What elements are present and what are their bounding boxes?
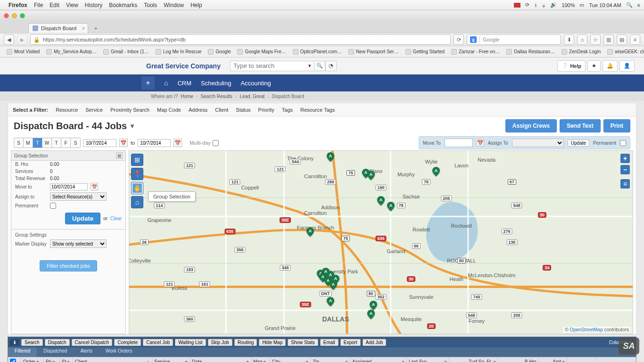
filter-checked-jobs-button[interactable]: Filter checked jobs	[40, 260, 97, 272]
tab-close-button[interactable]: ×	[82, 25, 85, 31]
filter-resource-tags[interactable]: Resource Tags	[300, 107, 335, 113]
window-zoom-button[interactable]	[20, 13, 25, 18]
title-dropdown-icon[interactable]: ▾	[131, 122, 134, 130]
map-marker[interactable]: A	[367, 171, 375, 180]
quick-update-button[interactable]: Update	[568, 140, 589, 147]
bookmark-item[interactable]: Dallas Restauran…	[504, 48, 558, 56]
new-tab-button[interactable]: +	[91, 24, 100, 33]
col-lastsvc[interactable]: Last Svc	[409, 359, 427, 362]
grid-tab-filtered[interactable]: Filtered	[8, 347, 37, 357]
filter-proximity-search[interactable]: Proximity Search	[110, 107, 149, 113]
menu-view[interactable]: View	[66, 2, 78, 8]
grid-btn-cancel-dispatch[interactable]: Cancel Dispatch	[72, 339, 113, 346]
col-amt[interactable]: Amt	[553, 359, 561, 362]
filter-resource[interactable]: Resource	[56, 107, 78, 113]
map-marker[interactable]: A	[387, 202, 395, 211]
assignto-select[interactable]	[512, 139, 564, 147]
grid-btn-waiting-list[interactable]: Waiting List	[175, 339, 206, 346]
multiday-checkbox[interactable]	[213, 140, 219, 146]
col-date[interactable]: Date	[192, 359, 202, 362]
menu-history[interactable]: History	[85, 2, 102, 8]
bookmark-item[interactable]: Google	[205, 48, 233, 56]
bookmark-star-button[interactable]: ☆	[590, 34, 601, 45]
bookmark-item[interactable]: Most Visited	[4, 48, 42, 56]
menu-window[interactable]: Window	[164, 2, 184, 8]
account-button[interactable]: 👤	[619, 60, 635, 72]
day-cell[interactable]: F	[61, 138, 71, 148]
breadcrumb-home[interactable]: Home	[181, 94, 193, 99]
map-zoom-in-button[interactable]: +	[620, 154, 630, 163]
app-search-dropdown[interactable]: ▾	[305, 61, 314, 71]
map-marker[interactable]: A	[377, 196, 385, 206]
filter-status[interactable]: Status	[236, 107, 250, 113]
nav-scheduling[interactable]: Scheduling	[201, 80, 231, 87]
day-cell[interactable]: M	[24, 138, 33, 148]
filter-tags[interactable]: Tags	[282, 107, 293, 113]
map-marker[interactable]: A	[367, 310, 375, 319]
map-marker[interactable]: A	[432, 167, 440, 176]
col-assigned[interactable]: Assigned	[352, 359, 372, 362]
map-tool-home[interactable]: ⌂	[131, 196, 143, 208]
address-bar[interactable]: 🔒 https://my.serviceautopilot.com/Schedu…	[30, 34, 451, 45]
col-zip[interactable]: Zip	[313, 359, 319, 362]
grid-tab-alerts[interactable]: Alerts	[74, 347, 99, 357]
send-text-button[interactable]: Send Text	[560, 119, 600, 132]
filter-priority[interactable]: Priority	[258, 107, 274, 113]
bookmark-item[interactable]: New Passport Ser…	[346, 48, 402, 56]
moveto-calendar-icon[interactable]: 📅	[477, 139, 484, 147]
notifications-button[interactable]: 🔔	[603, 60, 618, 72]
map-marker[interactable]: A	[327, 152, 334, 162]
day-cell[interactable]: T	[33, 138, 42, 148]
grid-btn-add-job[interactable]: Add Job	[363, 339, 387, 346]
osm-link[interactable]: OpenStreetMap	[570, 327, 603, 332]
bookmark-item[interactable]: wiseGEEK: clear a…	[604, 48, 644, 56]
sidebar-button[interactable]: ▥	[603, 34, 614, 45]
download-button[interactable]: ⬇	[564, 34, 574, 45]
sync-icon[interactable]: ⟳	[525, 2, 529, 8]
col-bhrs[interactable]: B Hrs	[525, 359, 537, 362]
assign-crews-button[interactable]: Assign Crews	[505, 119, 557, 132]
nav-accounting[interactable]: Accounting	[240, 80, 271, 87]
grid-btn-export[interactable]: Export	[340, 339, 361, 346]
col-client[interactable]: Client	[75, 359, 87, 362]
bookmark-item[interactable]: Google Maps Fre…	[234, 48, 289, 56]
volume-icon[interactable]: 🔊	[550, 2, 557, 8]
grid-tab-dispatched[interactable]: Dispatched	[37, 347, 74, 357]
filter-client[interactable]: Client	[215, 107, 228, 113]
col-city[interactable]: City	[272, 359, 280, 362]
grid-btn-dispatch[interactable]: Dispatch	[45, 339, 70, 346]
favorites-button[interactable]: ★	[587, 60, 601, 72]
company-name[interactable]: Great Service Company	[146, 62, 221, 70]
date-to-input[interactable]	[138, 139, 171, 147]
date-from-input[interactable]	[83, 139, 116, 147]
grid-toggle-button[interactable]: ⬇	[10, 339, 19, 346]
permanent-checkbox[interactable]	[620, 140, 626, 146]
col-order[interactable]: Order	[23, 359, 35, 362]
nav-add-button[interactable]: +	[141, 76, 155, 90]
map-tool-pin[interactable]: 📍	[131, 168, 143, 180]
grid-btn-routing[interactable]: Routing	[234, 339, 257, 346]
calendar-from-icon[interactable]: 📅	[119, 139, 128, 147]
bookmark-item[interactable]: Getting Started	[403, 48, 447, 56]
clock[interactable]: Tue 10:04 AM	[589, 2, 621, 8]
app-search-recent-button[interactable]: ◔	[325, 61, 337, 71]
col-turf[interactable]: Turf Sq. Ft.	[469, 359, 492, 362]
map-marker[interactable]: A	[370, 301, 377, 310]
menu-button[interactable]: ≡	[630, 34, 640, 45]
calendar-to-icon[interactable]: 📅	[173, 139, 182, 147]
marker-display-select[interactable]: Show only selected	[50, 239, 107, 248]
window-minimize-button[interactable]	[12, 13, 17, 18]
col-map[interactable]: Map	[253, 359, 262, 362]
wifi-icon[interactable]: ⏚	[542, 2, 545, 8]
select-all-checkbox[interactable]	[10, 359, 16, 362]
bookmark-item[interactable]: ZenDesk Login	[559, 48, 603, 56]
browser-search-box[interactable]: g Google	[467, 34, 561, 45]
menu-bookmarks[interactable]: Bookmarks	[109, 2, 137, 8]
day-cell[interactable]: T	[52, 138, 61, 148]
filter-map-code[interactable]: Map Code	[157, 107, 181, 113]
bookmark-item[interactable]: My_Service Autop…	[43, 48, 99, 56]
map-tool-group-selection[interactable]: ✋	[131, 182, 143, 194]
reload-button[interactable]: ⟳	[454, 34, 464, 45]
bluetooth-icon[interactable]: ᚼ	[534, 2, 537, 8]
battery-icon[interactable]: ▭	[579, 2, 584, 8]
